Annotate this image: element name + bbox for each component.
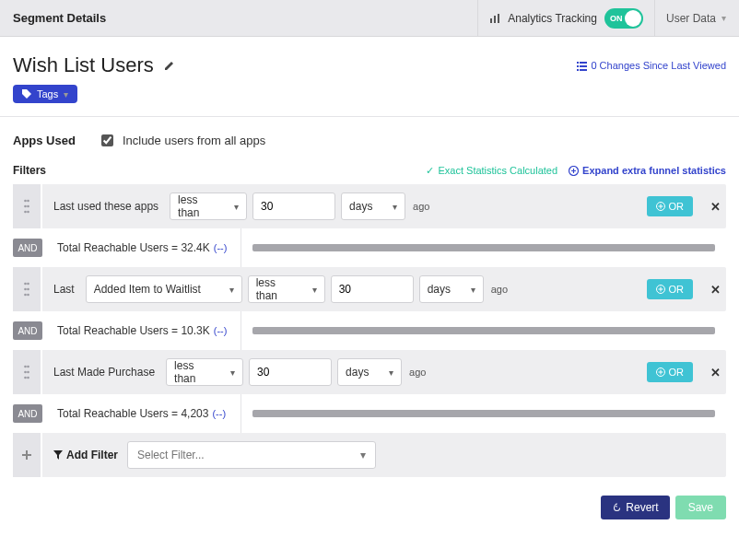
drag-handle[interactable] [13,267,42,311]
svg-point-19 [24,288,27,291]
apps-used-label: Apps Used [13,134,76,147]
segment-title: Wish List Users [13,53,154,77]
plus-circle-icon [656,285,665,294]
filter-row: Last Made Purchaseless than▾days▾agoOR✕ [13,350,726,394]
remove-filter-button[interactable]: ✕ [704,366,726,379]
filter-body: LastAdded Item to Waitlist▾less than▾day… [42,275,704,303]
remove-filter-button[interactable]: ✕ [704,200,726,214]
reach-bar [241,327,726,334]
result-row: ANDTotal Reachable Users = 32.4K (--) [13,228,726,267]
drag-handle[interactable] [13,184,42,228]
svg-point-20 [27,288,29,291]
svg-point-17 [24,283,27,286]
or-button[interactable]: OR [647,279,694,299]
filter-body: Last used these appsless than▾days▾agoOR [42,192,704,220]
result-detail-link[interactable]: (--) [214,325,228,336]
user-data-dropdown[interactable]: User Data ▾ [666,12,726,25]
filter-row: LastAdded Item to Waitlist▾less than▾day… [13,267,726,311]
reachable-users-text: Total Reachable Users = 4,203 (--) [46,394,241,433]
reach-bar [241,244,726,251]
ago-label: ago [409,367,426,378]
caret-down-icon: ▾ [360,449,366,461]
svg-point-21 [24,294,27,297]
result-row: ANDTotal Reachable Users = 4,203 (--) [13,394,726,433]
chevron-down-icon: ▾ [721,13,726,23]
expand-funnel-link[interactable]: Expand extra funnel statistics [569,165,726,176]
operator-select[interactable]: less than▾ [170,192,247,220]
reachable-users-text: Total Reachable Users = 32.4K (--) [46,228,241,267]
svg-point-24 [24,366,27,368]
value-input[interactable] [249,358,332,386]
unit-select[interactable]: days▾ [337,358,402,386]
analytics-toggle[interactable]: ON [604,8,643,29]
svg-rect-8 [580,69,587,71]
undo-icon [612,503,622,513]
value-input-field[interactable] [339,283,405,296]
filter-label: Last Made Purchase [53,366,155,379]
filter-row: Last used these appsless than▾days▾agoOR… [13,184,726,228]
plus-circle-icon [656,368,665,377]
add-filter-select[interactable]: Select Filter...▾ [127,441,376,469]
filter-label: Last used these apps [53,200,158,213]
chart-bar-icon [489,13,500,24]
save-button[interactable]: Save [675,496,726,519]
ago-label: ago [413,201,429,212]
svg-point-27 [27,371,29,374]
result-row: ANDTotal Reachable Users = 10.3K (--) [13,311,726,350]
caret-down-icon: ▾ [389,368,393,378]
caret-down-icon: ▾ [229,285,234,295]
and-badge: AND [13,321,42,340]
svg-rect-4 [580,62,587,64]
drag-handle[interactable] [13,350,42,394]
value-input[interactable] [252,192,335,220]
page-section-title: Segment Details [13,11,466,25]
svg-point-13 [27,205,29,208]
or-button[interactable]: OR [647,196,694,216]
and-badge: AND [13,239,42,257]
changes-since-viewed[interactable]: 0 Changes Since Last Viewed [577,60,726,71]
remove-filter-button[interactable]: ✕ [704,283,726,297]
reach-bar [241,410,726,417]
value-input-field[interactable] [257,366,323,379]
tags-button[interactable]: Tags ▾ [13,85,77,103]
svg-point-18 [27,283,29,286]
value-input[interactable] [331,275,414,303]
value-input-field[interactable] [261,200,327,213]
svg-rect-3 [577,62,579,64]
add-filter-body: Add FilterSelect Filter...▾ [42,441,726,469]
svg-rect-1 [494,16,496,23]
revert-button[interactable]: Revert [601,496,669,519]
svg-rect-7 [577,69,579,71]
svg-point-28 [24,377,27,379]
filter-body: Last Made Purchaseless than▾days▾agoOR [42,358,704,386]
unit-select[interactable]: days▾ [419,275,484,303]
ago-label: ago [491,284,508,295]
analytics-tracking: Analytics Tracking ON [489,8,643,29]
funnel-icon [53,450,63,460]
filter-label: Last [53,283,75,296]
tag-icon [22,89,31,99]
list-icon [577,61,587,71]
stats-status: ✓ Exact Statistics Calculated [426,165,557,177]
svg-rect-6 [580,65,587,67]
svg-point-25 [27,366,29,368]
or-button[interactable]: OR [647,362,694,382]
caret-down-icon: ▾ [471,285,475,295]
caret-down-icon: ▾ [393,202,397,212]
event-select[interactable]: Added Item to Waitlist▾ [86,275,242,303]
operator-select[interactable]: less than▾ [166,358,243,386]
result-detail-link[interactable]: (--) [214,242,228,253]
edit-icon[interactable] [163,59,176,72]
svg-rect-5 [577,65,579,67]
svg-point-26 [24,371,27,374]
include-all-apps-checkbox[interactable] [101,134,113,146]
unit-select[interactable]: days▾ [341,192,405,220]
svg-rect-2 [498,14,499,23]
add-filter-icon[interactable] [13,433,42,477]
and-badge: AND [13,404,42,423]
caret-down-icon: ▾ [312,285,317,295]
result-detail-link[interactable]: (--) [212,408,226,419]
svg-point-15 [27,211,29,214]
operator-select[interactable]: less than▾ [248,275,325,303]
reachable-users-text: Total Reachable Users = 10.3K (--) [46,311,241,350]
